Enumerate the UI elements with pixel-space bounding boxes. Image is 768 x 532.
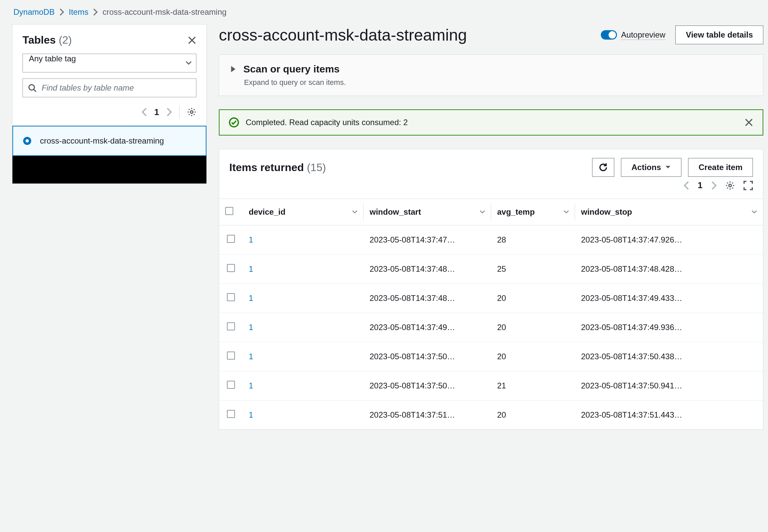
checkbox-icon[interactable] — [227, 264, 235, 272]
cell-device-id: 1 — [243, 401, 364, 430]
checkbox-icon[interactable] — [227, 410, 235, 418]
cell-window-start: 2023-05-08T14:37:50… — [364, 371, 491, 401]
breadcrumb-items[interactable]: Items — [69, 7, 89, 17]
tag-filter-select[interactable]: Any table tag — [22, 54, 196, 72]
cell-window-stop: 2023-05-08T14:37:51.443… — [575, 401, 763, 430]
close-icon[interactable] — [188, 36, 196, 45]
table-row: 12023-05-08T14:37:49…202023-05-08T14:37:… — [219, 313, 763, 342]
items-table: device_id window_start avg_temp window_s… — [219, 199, 763, 429]
row-checkbox-cell[interactable] — [219, 225, 243, 255]
svg-point-1 — [190, 111, 193, 113]
col-device-id[interactable]: device_id — [243, 199, 364, 225]
cell-avg-temp: 25 — [491, 255, 575, 284]
cell-window-stop: 2023-05-08T14:37:49.936… — [575, 313, 763, 342]
search-icon — [28, 84, 37, 92]
table-row: 12023-05-08T14:37:48…252023-05-08T14:37:… — [219, 255, 763, 284]
row-checkbox-cell[interactable] — [219, 371, 243, 401]
sort-icon[interactable] — [352, 210, 357, 214]
fullscreen-icon[interactable] — [743, 181, 753, 190]
cell-device-id: 1 — [243, 371, 364, 401]
chevron-right-icon — [59, 8, 64, 16]
caret-down-icon — [665, 165, 671, 169]
col-window-stop[interactable]: window_stop — [575, 199, 763, 225]
table-item-label: cross-account-msk-data-streaming — [40, 135, 196, 147]
col-window-start[interactable]: window_start — [364, 199, 491, 225]
table-item-selected[interactable]: cross-account-msk-data-streaming — [12, 126, 206, 156]
table-row: 12023-05-08T14:37:51…202023-05-08T14:37:… — [219, 401, 763, 430]
table-row: 12023-05-08T14:37:50…212023-05-08T14:37:… — [219, 371, 763, 401]
cell-avg-temp: 28 — [491, 225, 575, 255]
checkbox-icon[interactable] — [227, 235, 235, 243]
row-checkbox-cell[interactable] — [219, 255, 243, 284]
sort-icon[interactable] — [752, 210, 757, 214]
cell-window-start: 2023-05-08T14:37:47… — [364, 225, 491, 255]
cell-window-start: 2023-05-08T14:37:51… — [364, 401, 491, 430]
items-prev-page-icon[interactable] — [684, 181, 689, 190]
row-checkbox-cell[interactable] — [219, 401, 243, 430]
device-id-link[interactable]: 1 — [249, 323, 253, 332]
select-all-header[interactable] — [219, 199, 243, 225]
radio-selected-icon[interactable] — [23, 137, 31, 145]
cell-device-id: 1 — [243, 342, 364, 371]
items-returned-heading: Items returned (15) — [229, 161, 326, 174]
table-item-redacted[interactable] — [12, 156, 206, 183]
create-item-button[interactable]: Create item — [688, 158, 753, 177]
items-page-number: 1 — [698, 180, 703, 191]
prev-page-icon[interactable] — [142, 108, 147, 116]
refresh-button[interactable] — [592, 158, 614, 177]
gear-icon[interactable] — [187, 107, 196, 117]
checkbox-icon[interactable] — [227, 381, 235, 389]
cell-avg-temp: 20 — [491, 313, 575, 342]
view-table-details-button[interactable]: View table details — [675, 25, 763, 44]
device-id-link[interactable]: 1 — [249, 352, 253, 361]
checkbox-icon[interactable] — [227, 322, 235, 330]
refresh-icon — [598, 163, 608, 172]
cell-window-start: 2023-05-08T14:37:48… — [364, 284, 491, 313]
device-id-link[interactable]: 1 — [249, 264, 253, 273]
table-list: cross-account-msk-data-streaming — [12, 125, 206, 183]
table-row: 12023-05-08T14:37:50…202023-05-08T14:37:… — [219, 342, 763, 371]
row-checkbox-cell[interactable] — [219, 313, 243, 342]
scan-query-panel[interactable]: Scan or query items Expand to query or s… — [219, 54, 763, 96]
sort-icon[interactable] — [480, 210, 485, 214]
cell-avg-temp: 20 — [491, 284, 575, 313]
device-id-link[interactable]: 1 — [249, 235, 253, 244]
checkbox-icon[interactable] — [227, 293, 235, 301]
page-title: cross-account-msk-data-streaming — [219, 26, 467, 44]
checkbox-icon[interactable] — [225, 207, 233, 215]
device-id-link[interactable]: 1 — [249, 410, 253, 419]
cell-device-id: 1 — [243, 284, 364, 313]
expand-right-icon[interactable] — [229, 65, 237, 73]
next-page-icon[interactable] — [166, 108, 172, 116]
tables-heading: Tables (2) — [22, 34, 72, 46]
chevron-right-icon — [93, 8, 98, 16]
breadcrumb: DynamoDB Items cross-account-msk-data-st… — [0, 0, 768, 24]
check-circle-icon — [229, 117, 239, 127]
table-search-input[interactable] — [22, 78, 196, 97]
toggle-on-icon[interactable] — [601, 30, 617, 40]
cell-window-start: 2023-05-08T14:37:49… — [364, 313, 491, 342]
actions-button[interactable]: Actions — [621, 158, 681, 177]
row-checkbox-cell[interactable] — [219, 342, 243, 371]
alert-close-icon[interactable] — [745, 118, 753, 127]
row-checkbox-cell[interactable] — [219, 284, 243, 313]
cell-window-stop: 2023-05-08T14:37:49.433… — [575, 284, 763, 313]
sort-icon[interactable] — [564, 210, 569, 214]
cell-window-start: 2023-05-08T14:37:48… — [364, 255, 491, 284]
col-avg-temp[interactable]: avg_temp — [491, 199, 575, 225]
checkbox-icon[interactable] — [227, 352, 235, 360]
cell-window-start: 2023-05-08T14:37:50… — [364, 342, 491, 371]
cell-window-stop: 2023-05-08T14:37:50.438… — [575, 342, 763, 371]
cell-avg-temp: 20 — [491, 401, 575, 430]
device-id-link[interactable]: 1 — [249, 294, 253, 303]
cell-window-stop: 2023-05-08T14:37:47.926… — [575, 225, 763, 255]
cell-device-id: 1 — [243, 313, 364, 342]
autopreview-toggle[interactable]: Autopreview — [601, 30, 665, 40]
items-gear-icon[interactable] — [725, 181, 735, 190]
device-id-link[interactable]: 1 — [249, 381, 253, 390]
svg-point-3 — [729, 184, 731, 187]
scan-query-subtitle: Expand to query or scan items. — [229, 75, 753, 87]
svg-point-0 — [29, 85, 34, 90]
items-next-page-icon[interactable] — [711, 181, 717, 190]
breadcrumb-dynamodb[interactable]: DynamoDB — [13, 7, 55, 17]
